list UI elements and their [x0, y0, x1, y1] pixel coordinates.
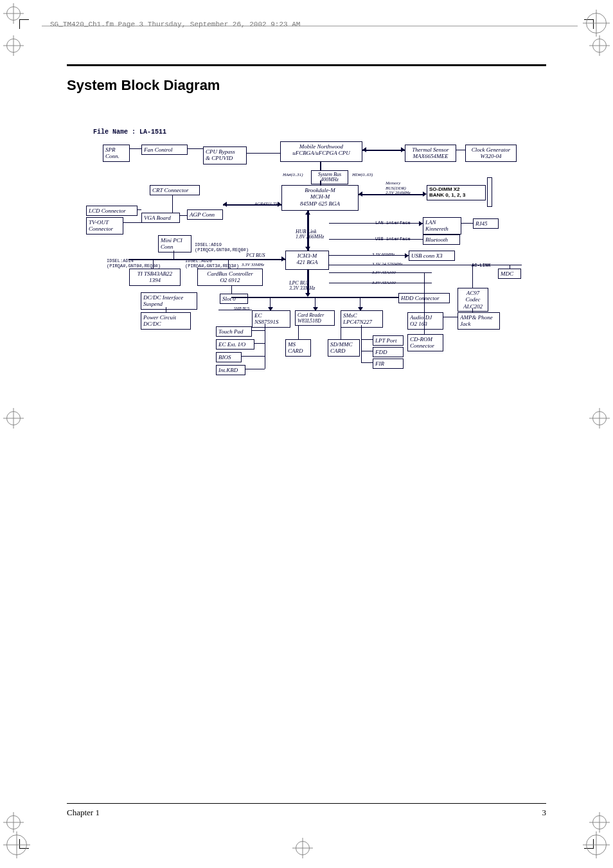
label-33v33a: 3.3V 33MHz	[242, 262, 264, 267]
connector	[472, 308, 473, 312]
connector	[329, 272, 432, 273]
connector	[329, 239, 423, 240]
page: SG_TM420_Ch1.fm Page 3 Thursday, Septemb…	[0, 0, 613, 868]
connector	[362, 150, 405, 151]
label-hub-link: HUB Link1.8V 266MHz	[296, 229, 324, 240]
title-rule	[67, 64, 546, 66]
block-mdc: MDC	[498, 269, 521, 279]
block-bios: BIOS	[216, 352, 242, 362]
block-cdrom: CD-ROMConnector	[407, 334, 443, 351]
block-spr-conn: SPRConn.	[103, 145, 130, 162]
connector	[172, 195, 173, 213]
file-name-label: File Name : LA-1511	[93, 128, 166, 136]
block-audio-dj: Audio DJO2 163	[407, 312, 443, 330]
arrow-icon	[305, 247, 310, 251]
arrow-icon	[278, 202, 281, 207]
registration-mark-icon	[6, 6, 21, 21]
connector	[298, 325, 299, 339]
registration-mark-icon	[592, 39, 607, 53]
connector	[329, 255, 409, 256]
registration-mark-icon	[6, 411, 21, 425]
block-thermal-sensor: Thermal SensorMAX6654MEE	[405, 145, 456, 162]
registration-mark-icon	[586, 13, 607, 33]
crop-mark	[19, 19, 29, 29]
block-sdmmc: SD/MMCCARD	[328, 339, 360, 357]
arrow-icon	[419, 221, 423, 226]
block-rj45: RJ45	[473, 218, 499, 229]
connector	[361, 339, 373, 340]
block-lan-kinnereth: LANKinnereth	[423, 217, 461, 235]
connector	[245, 369, 265, 369]
block-vga-board: VGA Board	[141, 213, 180, 223]
label-lpc-bus: LPC BUS3.3V 33MHz	[289, 281, 315, 291]
connector	[265, 324, 265, 369]
block-power-circuit: Power CircuitDC/DC	[141, 312, 191, 330]
connector	[320, 162, 321, 170]
block-ti-tsb: TI TSB43AB221394	[129, 269, 181, 286]
connector	[307, 270, 309, 296]
arrow-icon	[423, 191, 427, 197]
block-bluetooth: Bluetooth	[423, 235, 460, 245]
connector	[166, 307, 166, 312]
block-touch-pad: Touch Pad	[216, 326, 252, 337]
label-ha: HA#(0..31)	[283, 172, 303, 177]
arrow-icon	[405, 253, 409, 258]
connector	[129, 259, 285, 260]
connector	[361, 351, 373, 351]
connector	[252, 330, 265, 331]
arrow-icon	[401, 147, 405, 152]
block-dcdc-interface: DC/DC InterfaceSuspend	[141, 292, 197, 310]
block-mobile-northwood: Mobile NorthwooduFCBGA/uFCPGA CPU	[280, 141, 362, 162]
connector	[247, 153, 280, 154]
connector	[329, 265, 522, 265]
connector	[424, 283, 425, 334]
connector	[307, 211, 309, 251]
block-ac97: AC97CodecALC202	[458, 288, 488, 312]
block-ec-ext-io: EC Ext. I/O	[216, 339, 254, 350]
block-tvout: TV-OUTConnector	[86, 217, 123, 235]
connector	[231, 286, 232, 294]
block-ms-card: MSCARD	[285, 339, 311, 357]
arrow-icon	[268, 307, 273, 311]
arrow-icon	[358, 307, 363, 311]
block-system-bus: System Bus400MHz	[311, 170, 348, 184]
footer-right: 3	[542, 808, 547, 818]
arrow-icon	[359, 191, 362, 197]
connector	[242, 356, 265, 357]
block-int-kbd: Int.KBD	[216, 365, 245, 375]
block-agp-conn: AGP Conn	[187, 209, 223, 220]
connector	[361, 362, 373, 363]
block-card-reader: Card ReaderW83L518D	[295, 310, 335, 326]
arrow-icon	[223, 202, 227, 207]
block-smsc: SMsCLPC47N227	[341, 310, 383, 328]
footer-rule	[67, 803, 546, 804]
connector	[461, 223, 473, 224]
connector	[443, 317, 458, 317]
connector	[320, 181, 321, 185]
label-pci-bus: PCI BUS	[246, 252, 265, 258]
connector	[130, 148, 141, 149]
connector	[228, 259, 229, 269]
page-title: System Block Diagram	[67, 77, 220, 94]
block-usb-conn: USB conn X3	[409, 251, 455, 261]
connector	[472, 265, 473, 288]
registration-mark-icon	[586, 835, 607, 855]
connector	[218, 310, 252, 310]
arrow-icon	[313, 307, 318, 311]
registration-mark-icon	[592, 411, 607, 425]
arrow-icon	[362, 147, 366, 152]
header-text: SG_TM420_Ch1.fm Page 3 Thursday, Septemb…	[50, 21, 300, 28]
connector	[138, 209, 141, 210]
registration-mark-icon	[6, 835, 27, 855]
registration-mark-icon	[6, 815, 21, 829]
label-idsel-ad20: IDSEL:AD20(PIRQA#,GNT3#,REQ3#)	[185, 259, 239, 269]
label-sodimm: SO-DIMM X2BANK 0, 1, 2, 3	[429, 186, 465, 198]
connector	[361, 325, 362, 362]
arrow-icon	[281, 256, 285, 261]
sodimm-edge	[487, 177, 492, 207]
label-33v66: 3.3V 66MHz	[372, 252, 395, 257]
block-mini-pci: Mini PCIConn	[158, 235, 191, 252]
block-cpu-bypass: CPU Bypass& CPUVID	[203, 146, 247, 164]
block-clock-generator: Clock GeneratorW320-04	[465, 145, 517, 162]
connector	[329, 223, 423, 224]
